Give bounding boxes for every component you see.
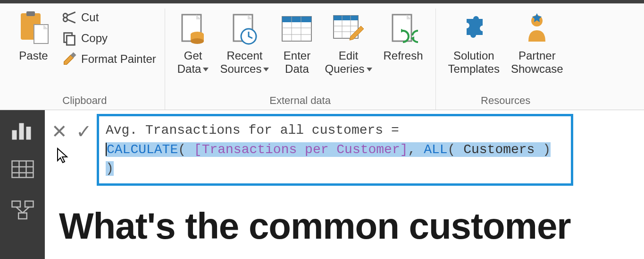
- formula-bar: ✕ ✓ Avg. Transactions for all customers …: [45, 110, 644, 186]
- svg-rect-36: [18, 213, 27, 219]
- edit-queries-icon: [332, 10, 365, 47]
- partner-showcase-label: Partner Showcase: [511, 47, 563, 75]
- recent-sources-button[interactable]: Recent Sources: [214, 9, 275, 75]
- dropdown-arrow-icon: [203, 68, 209, 71]
- svg-line-38: [23, 207, 29, 213]
- svg-rect-35: [25, 201, 33, 207]
- solution-templates-label: Solution Templates: [448, 47, 500, 75]
- report-page[interactable]: What's the common customer: [45, 186, 644, 248]
- resources-group-label: Resources: [481, 95, 530, 110]
- table-icon: [11, 160, 34, 179]
- report-canvas-area: ✕ ✓ Avg. Transactions for all customers …: [45, 110, 644, 259]
- svg-rect-13: [282, 17, 311, 22]
- clipboard-group-label: Clipboard: [62, 95, 107, 110]
- enter-data-button[interactable]: Enter Data: [275, 9, 319, 75]
- person-star-icon: [523, 10, 551, 47]
- copy-label: Copy: [81, 32, 108, 45]
- formula-line-1: Avg. Transactions for all customers =: [106, 121, 564, 140]
- formula-input[interactable]: Avg. Transactions for all customers = CA…: [97, 114, 573, 186]
- ribbon-group-resources: Solution Templates Partner Showcase Reso…: [436, 9, 576, 110]
- format-painter-label: Format Painter: [81, 52, 156, 66]
- get-data-label: Get Data: [177, 47, 209, 75]
- get-data-icon: [178, 10, 208, 47]
- formula-line-2: CALCULATE( [Transactions per Customer], …: [106, 140, 564, 179]
- edit-queries-label: Edit Queries: [325, 47, 372, 75]
- refresh-label: Refresh: [384, 47, 423, 62]
- dropdown-arrow-icon: [263, 68, 269, 71]
- paintbrush-icon: [61, 51, 77, 67]
- ribbon-group-external-data: Get Data Recent Sources Enter Data Edit …: [165, 9, 436, 110]
- clipboard-icon: [17, 10, 50, 47]
- format-painter-button[interactable]: Format Painter: [59, 50, 158, 68]
- svg-rect-19: [334, 16, 358, 20]
- recent-sources-icon: [230, 10, 259, 47]
- svg-rect-34: [12, 201, 20, 207]
- puzzle-icon: [458, 10, 489, 47]
- edit-queries-button[interactable]: Edit Queries: [319, 9, 377, 75]
- get-data-button[interactable]: Get Data: [172, 9, 215, 75]
- copy-icon: [61, 30, 77, 46]
- svg-line-37: [16, 207, 23, 213]
- dropdown-arrow-icon: [367, 68, 372, 71]
- refresh-icon: [389, 10, 418, 47]
- cut-button[interactable]: Cut: [59, 9, 158, 26]
- ribbon: Paste Cut Copy Format Painter Clipboard: [0, 4, 644, 110]
- relationship-icon: [11, 200, 34, 221]
- paste-button[interactable]: Paste: [11, 9, 56, 62]
- refresh-button[interactable]: Refresh: [378, 9, 429, 62]
- enter-data-icon: [280, 10, 313, 47]
- title-bar-strip: [0, 0, 644, 4]
- report-heading-text: What's the common customer: [59, 205, 630, 248]
- bar-chart-icon: [11, 120, 34, 141]
- svg-rect-27: [19, 123, 24, 140]
- cut-label: Cut: [81, 11, 99, 24]
- solution-templates-button[interactable]: Solution Templates: [443, 9, 505, 75]
- model-view-button[interactable]: [11, 200, 34, 221]
- svg-rect-26: [12, 130, 17, 140]
- copy-button[interactable]: Copy: [59, 29, 158, 47]
- main-area: ✕ ✓ Avg. Transactions for all customers …: [0, 110, 644, 259]
- ribbon-group-clipboard: Paste Cut Copy Format Painter Clipboard: [5, 9, 165, 110]
- data-view-button[interactable]: [11, 160, 34, 181]
- svg-point-9: [191, 38, 204, 44]
- partner-showcase-button[interactable]: Partner Showcase: [505, 9, 569, 75]
- enter-data-label: Enter Data: [284, 47, 310, 75]
- svg-rect-1: [26, 11, 35, 16]
- scissors-icon: [61, 9, 77, 26]
- paste-label: Paste: [19, 47, 48, 62]
- svg-rect-28: [26, 127, 31, 140]
- formula-commit-button[interactable]: ✓: [76, 121, 92, 142]
- svg-rect-4: [67, 35, 75, 45]
- svg-rect-29: [12, 161, 33, 178]
- external-data-group-label: External data: [269, 95, 331, 110]
- formula-cancel-button[interactable]: ✕: [51, 121, 67, 142]
- recent-sources-label: Recent Sources: [220, 47, 269, 75]
- view-switcher-rail: [0, 110, 45, 259]
- report-view-button[interactable]: [11, 120, 34, 141]
